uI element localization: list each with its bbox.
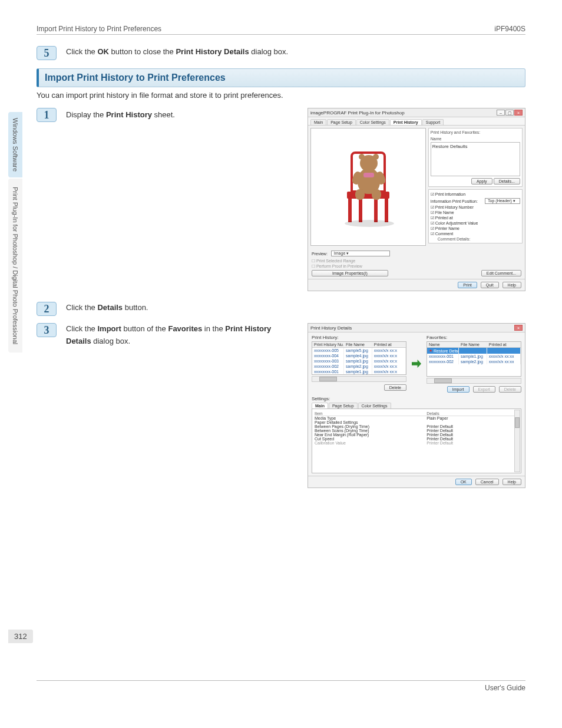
col-file[interactable]: File Name bbox=[459, 342, 487, 347]
comment-details-label: Comment Details: bbox=[438, 237, 520, 241]
quit-button[interactable]: Quit bbox=[481, 282, 499, 288]
cell[interactable]: sample4.jpg bbox=[344, 353, 372, 358]
step-1: 1 Display the Print History sheet. image… bbox=[37, 108, 525, 291]
chk-color-adj[interactable]: ☑ Color Adjustment Value bbox=[431, 221, 520, 226]
maximize-icon[interactable]: ▢ bbox=[505, 110, 514, 116]
settings-tab-page[interactable]: Page Setup bbox=[329, 403, 358, 409]
step-2-text: Click the Details button. bbox=[66, 302, 525, 314]
list-item[interactable]: Restore Defaults bbox=[432, 144, 518, 149]
favorites-label: Favorites: bbox=[427, 335, 521, 340]
cell: Near End Margin (Roll Paper) bbox=[315, 433, 427, 437]
cell[interactable]: xxxx/x/x xx:x bbox=[372, 364, 406, 369]
cell[interactable]: xxxxxxxx-001 bbox=[427, 354, 459, 359]
cell[interactable]: xxxxxxxx-001 bbox=[312, 369, 344, 374]
col-name[interactable]: Name bbox=[427, 342, 459, 347]
apply-button[interactable]: Apply bbox=[471, 178, 492, 185]
cell: Calibration Value bbox=[315, 441, 427, 445]
cell[interactable]: sample5.jpg bbox=[344, 348, 372, 353]
chk-perform-proof: ☐ Perform Proof in Preview bbox=[312, 264, 388, 269]
ok-button[interactable]: OK bbox=[455, 479, 472, 485]
favorites-grid[interactable]: Name File Name Printed at ★Restore Defau… bbox=[427, 341, 521, 377]
cell[interactable]: sample2.jpg bbox=[344, 364, 372, 369]
settings-tab-color[interactable]: Color Settings bbox=[358, 403, 391, 409]
scrollbar-h-2[interactable] bbox=[427, 378, 521, 384]
chk-comment[interactable]: ☑ Comment bbox=[431, 232, 520, 236]
minimize-icon[interactable]: – bbox=[497, 110, 505, 116]
cancel-button[interactable]: Cancel bbox=[475, 479, 499, 485]
preview-select[interactable]: Image ▾ bbox=[331, 251, 390, 256]
window-controls-2: × bbox=[514, 325, 523, 331]
col-file[interactable]: File Name bbox=[344, 342, 372, 347]
cell[interactable]: xxxxxxxx-004 bbox=[312, 353, 344, 358]
tab-support[interactable]: Support bbox=[422, 119, 444, 125]
close-icon[interactable]: × bbox=[514, 325, 523, 331]
side-tab-windows-software[interactable]: Windows Software bbox=[8, 112, 22, 177]
cell[interactable]: xxxxxxxx-005 bbox=[312, 348, 344, 353]
settings-tab-main[interactable]: Main bbox=[312, 403, 328, 409]
col-number[interactable]: Print History Nu... bbox=[312, 342, 344, 347]
delete-button-left[interactable]: Delete bbox=[384, 384, 406, 391]
edit-comment-button[interactable]: Edit Comment... bbox=[481, 270, 521, 276]
close-icon[interactable]: × bbox=[514, 110, 523, 116]
help-button-2[interactable]: Help bbox=[503, 479, 521, 485]
chk-printed-at[interactable]: ☑ Printed at bbox=[431, 216, 520, 220]
chk-file-name[interactable]: ☑ File Name bbox=[431, 210, 520, 215]
cell[interactable]: xxxxxxxx-002 bbox=[312, 364, 344, 369]
win-title: imagePROGRAF Print Plug-In for Photoshop bbox=[310, 110, 405, 116]
step-badge-3: 3 bbox=[37, 323, 57, 337]
cell: Between Pages (Drying Time) bbox=[315, 424, 427, 429]
import-button[interactable]: Import bbox=[447, 386, 470, 393]
cell[interactable]: xxxxxxxx-002 bbox=[427, 359, 459, 364]
t: Print Selected Range bbox=[316, 259, 355, 263]
cell: Printer Default bbox=[427, 441, 518, 445]
scrollbar-v[interactable] bbox=[514, 410, 520, 472]
cell[interactable] bbox=[459, 348, 487, 354]
help-button[interactable]: Help bbox=[503, 282, 521, 288]
step-1-text: Display the Print History sheet. bbox=[66, 108, 304, 121]
page-number: 312 bbox=[8, 630, 33, 643]
col-printed[interactable]: Printed at bbox=[372, 342, 406, 347]
tab-main[interactable]: Main bbox=[310, 119, 326, 125]
settings-label: Settings: bbox=[312, 396, 521, 401]
step-badge-2: 2 bbox=[37, 302, 57, 316]
cell[interactable]: xxxx/x/x xx:x bbox=[372, 358, 406, 364]
cell[interactable]: xxxx/x/x xx:xx bbox=[487, 354, 521, 359]
cell[interactable] bbox=[487, 348, 521, 354]
tab-page-setup[interactable]: Page Setup bbox=[327, 119, 356, 125]
cell[interactable]: sample1.jpg bbox=[459, 354, 487, 359]
cell: Printer Default bbox=[427, 437, 518, 441]
step-2: 2 Click the Details button. bbox=[37, 302, 525, 316]
t: Display the bbox=[66, 110, 106, 119]
cell[interactable]: Restore Defaults bbox=[434, 349, 459, 353]
image-properties-button[interactable]: Image Properties(I) bbox=[312, 270, 388, 276]
t: Color Adjustment Value bbox=[435, 221, 478, 225]
cell[interactable]: sample1.jpg bbox=[344, 369, 372, 374]
side-tab-print-plugin[interactable]: Print Plug-In for Photoshop / Digital Ph… bbox=[8, 179, 22, 353]
details-button[interactable]: Details... bbox=[494, 178, 520, 185]
cell[interactable]: sample2.jpg bbox=[459, 359, 487, 364]
cell[interactable]: xxxx/x/x xx:xx bbox=[487, 359, 521, 364]
tab-color-settings[interactable]: Color Settings bbox=[356, 119, 389, 125]
chk-printer-name[interactable]: ☑ Printer Name bbox=[431, 226, 520, 231]
cell[interactable]: xxxx/x/x xx:x bbox=[372, 369, 406, 374]
info-pos-select[interactable]: Top (Header) ▾ bbox=[485, 198, 520, 204]
print-button[interactable]: Print bbox=[458, 282, 477, 288]
cell[interactable]: xxxx/x/x xx:x bbox=[372, 348, 406, 353]
scrollbar-h[interactable] bbox=[312, 376, 406, 382]
cell[interactable]: xxxx/x/x xx:x bbox=[372, 353, 406, 358]
screenshot-print-history-sheet: imagePROGRAF Print Plug-In for Photoshop… bbox=[308, 108, 525, 291]
arrow-icon bbox=[410, 335, 423, 393]
teddy-bear-image bbox=[333, 140, 404, 234]
col-printed[interactable]: Printed at bbox=[487, 342, 521, 347]
cell: Printer Default bbox=[427, 424, 518, 429]
step-3: 3 Click the Import button of the Favorit… bbox=[37, 323, 525, 488]
cell[interactable]: sample3.jpg bbox=[344, 358, 372, 364]
t: button. bbox=[123, 303, 148, 312]
cell[interactable]: xxxxxxxx-003 bbox=[312, 358, 344, 364]
print-info-checkbox[interactable]: ☑ Print Information bbox=[431, 192, 520, 197]
tab-print-history[interactable]: Print History bbox=[390, 119, 422, 125]
favorites-listbox[interactable]: Restore Defaults bbox=[431, 142, 520, 176]
print-history-grid[interactable]: Print History Nu... File Name Printed at… bbox=[312, 341, 406, 375]
step-badge-1: 1 bbox=[37, 108, 57, 122]
chk-hist-number[interactable]: ☑ Print History Number bbox=[431, 205, 520, 210]
